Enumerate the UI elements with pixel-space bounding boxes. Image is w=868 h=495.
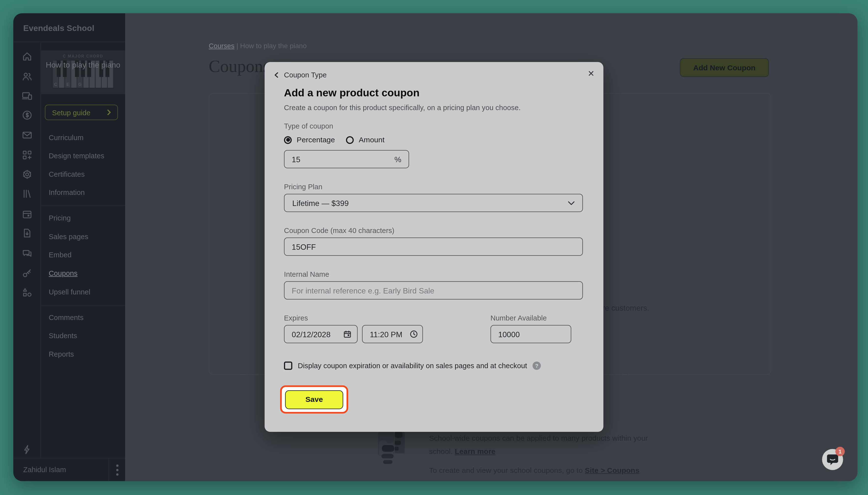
sidebar-item-upsell-funnel[interactable]: Upsell funnel [49,288,90,296]
user-bar: Zahidul Islam [13,458,125,481]
modal-title: Add a new product coupon [284,87,420,99]
key-label-e: E [67,82,69,86]
coupon-illustration [378,430,405,464]
add-coupon-modal: Coupon Type ✕ Add a new product coupon C… [265,62,604,432]
settings-gear-icon[interactable] [22,169,33,180]
sidebar-item-coupons[interactable]: Coupons [49,269,77,277]
integrations-shapes-icon[interactable] [22,287,33,298]
sidebar-item-certificates[interactable]: Certificates [49,170,85,178]
chevron-right-icon [106,108,112,117]
percentage-value-input[interactable] [284,150,409,168]
radio-percentage[interactable]: Percentage [284,136,335,144]
home-icon[interactable] [22,51,33,62]
breadcrumb: Courses | How to play the piano [209,42,307,50]
display-expiration-checkbox[interactable] [284,361,292,370]
quick-actions-zap-icon[interactable] [22,444,33,455]
divider [41,205,125,206]
modal-subtitle: Create a coupon for this product specifi… [284,103,521,112]
key-label-g: G [79,82,81,86]
radio-percentage-label: Percentage [297,136,335,144]
comments-chat-icon[interactable] [22,248,33,259]
sidebar-item-design-templates[interactable]: Design templates [49,152,104,160]
sidebar-item-reports[interactable]: Reports [49,350,74,358]
key-label-c: C [54,82,57,86]
radio-amount[interactable]: Amount [346,136,385,144]
learn-more-link[interactable]: Learn more [455,447,496,456]
site-devices-icon[interactable] [22,90,33,101]
internal-name-label: Internal Name [284,270,329,278]
add-new-coupon-button[interactable]: Add New Coupon [680,58,769,77]
page-title: Coupons [209,56,270,76]
breadcrumb-courses-link[interactable]: Courses [209,42,235,50]
clock-icon[interactable] [410,330,418,341]
coupon-type-radios: Percentage Amount [284,136,385,144]
breadcrumb-current: How to play the piano [240,42,307,50]
number-available-label: Number Available [490,314,547,322]
sales-dollar-icon[interactable] [22,109,33,121]
email-icon[interactable] [22,130,33,141]
kebab-menu-icon [116,464,119,478]
percent-suffix: % [395,155,401,164]
type-of-coupon-label: Type of coupon [284,122,333,130]
course-thumbnail-card[interactable]: C MAJOR CHORD [41,50,125,94]
sidebar-item-information[interactable]: Information [49,188,85,197]
display-expiration-label: Display coupon expiration or availabilit… [298,361,527,370]
expires-label: Expires [284,314,308,322]
icon-rail [13,41,41,458]
site-coupons-link[interactable]: Site > Coupons [585,466,640,475]
school-name[interactable]: Evendeals School [23,23,94,33]
save-button-highlight: Save [280,386,348,414]
course-card-title: How to play the piano [41,59,125,71]
divider [41,305,125,306]
breadcrumb-separator: | [237,42,238,50]
footer-line2: To create and view your school coupons, … [429,466,583,475]
user-name[interactable]: Zahidul Islam [23,465,66,474]
pricing-plan-value: Lifetime — $399 [292,199,568,207]
user-menu-button[interactable] [108,458,125,481]
apps-icon[interactable] [22,150,33,160]
display-expiration-row: Display coupon expiration or availabilit… [284,361,541,370]
sidebar-item-students[interactable]: Students [49,331,77,340]
radio-amount-label: Amount [359,136,385,144]
access-key-icon[interactable] [22,268,33,278]
obscured-panel-text: re customers. [602,303,649,312]
library-icon[interactable] [22,188,33,199]
sidebar-item-comments[interactable]: Comments [49,313,84,322]
coupon-code-label: Coupon Code (max 40 characters) [284,226,395,235]
coupon-code-input[interactable] [284,237,583,256]
members-icon[interactable] [22,71,33,82]
chevron-down-icon [568,201,575,205]
setup-guide-label: Setup guide [52,108,90,117]
help-icon[interactable]: ? [533,361,541,370]
modal-back-label: Coupon Type [284,71,327,79]
save-button[interactable]: Save [285,390,343,409]
pricing-plan-label: Pricing Plan [284,183,323,191]
radio-circle-icon [346,136,354,144]
calendar-icon[interactable] [343,330,352,341]
sidebar-item-curriculum[interactable]: Curriculum [49,134,84,142]
close-icon[interactable]: ✕ [588,69,594,79]
setup-guide-button[interactable]: Setup guide [45,105,118,120]
sidebar-menu: C MAJOR CHORD [41,41,125,458]
footer-info-text: School-wide coupons can be applied to ma… [429,432,653,477]
sidebar-item-sales-pages[interactable]: Sales pages [49,233,88,241]
calendar-icon[interactable] [22,209,33,220]
chat-bubble-icon [827,454,839,465]
files-icon[interactable] [22,227,33,239]
pricing-plan-select[interactable]: Lifetime — $399 [284,194,583,212]
number-available-input[interactable] [490,325,571,343]
modal-back-button[interactable]: Coupon Type [274,71,327,79]
internal-name-input[interactable] [284,281,583,300]
sidebar-item-pricing[interactable]: Pricing [49,214,71,222]
desktop: Courses | How to play the piano Coupons … [0,0,868,495]
chevron-left-icon [274,72,280,78]
sidebar: Evendeals School C MAJOR [13,13,125,481]
notification-badge: 1 [835,447,845,456]
radio-circle-icon [284,136,292,144]
course-card-eyebrow: C MAJOR CHORD [41,54,125,58]
sidebar-item-embed[interactable]: Embed [49,251,71,259]
chat-launcher-button[interactable]: 1 [822,449,843,470]
